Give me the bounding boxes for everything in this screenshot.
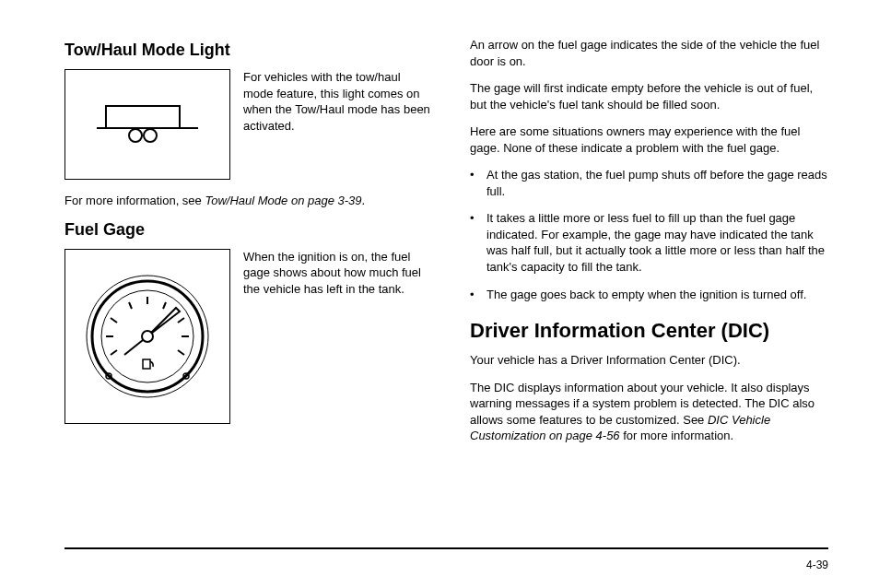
fuel-gage-icon-box bbox=[64, 249, 230, 424]
svg-rect-19 bbox=[143, 359, 150, 369]
tow-haul-more-pre: For more information, see bbox=[64, 194, 205, 207]
footer-rule bbox=[64, 547, 828, 549]
fuel-gage-icon bbox=[78, 267, 217, 406]
trailer-icon bbox=[97, 100, 198, 148]
dic-p2: The DIC displays information about your … bbox=[470, 380, 828, 444]
dic-heading: Driver Information Center (DIC) bbox=[470, 319, 828, 343]
fuel-gage-situations-list: At the gas station, the fuel pump shuts … bbox=[470, 167, 828, 302]
page-number: 4-39 bbox=[806, 559, 828, 571]
svg-point-2 bbox=[129, 129, 142, 142]
svg-line-15 bbox=[178, 350, 184, 355]
tow-haul-desc: For vehicles with the tow/haul mode feat… bbox=[243, 69, 433, 134]
svg-line-13 bbox=[178, 318, 184, 323]
svg-line-12 bbox=[163, 302, 166, 309]
svg-line-10 bbox=[129, 302, 132, 309]
tow-haul-more: For more information, see Tow/Haul Mode … bbox=[64, 193, 433, 209]
svg-point-3 bbox=[144, 129, 157, 142]
right-p3: Here are some situations owners may expe… bbox=[470, 123, 828, 156]
svg-rect-0 bbox=[106, 106, 180, 128]
right-column: An arrow on the fuel gage indicates the … bbox=[470, 37, 828, 455]
page-content: Tow/Haul Mode Light For vehicles with th… bbox=[0, 0, 879, 474]
svg-point-18 bbox=[142, 331, 153, 342]
right-p1: An arrow on the fuel gage indicates the … bbox=[470, 37, 828, 69]
list-item: The gage goes back to empty when the ign… bbox=[486, 287, 828, 303]
list-item: It takes a little more or less fuel to f… bbox=[486, 210, 828, 275]
dic-p1: Your vehicle has a Driver Information Ce… bbox=[470, 352, 828, 369]
left-column: Tow/Haul Mode Light For vehicles with th… bbox=[64, 37, 433, 455]
fuel-gage-heading: Fuel Gage bbox=[64, 220, 433, 240]
svg-line-7 bbox=[111, 350, 117, 355]
svg-marker-16 bbox=[147, 308, 180, 336]
svg-line-9 bbox=[111, 318, 117, 323]
list-item: At the gas station, the fuel pump shuts … bbox=[486, 167, 828, 199]
tow-haul-heading: Tow/Haul Mode Light bbox=[64, 41, 433, 60]
dic-p2-post: for more information. bbox=[620, 429, 734, 442]
tow-haul-icon-box bbox=[64, 69, 230, 180]
fuel-gage-desc: When the ignition is on, the fuel gage s… bbox=[243, 249, 433, 298]
fuel-gage-block: When the ignition is on, the fuel gage s… bbox=[64, 249, 433, 424]
right-p2: The gage will first indicate empty befor… bbox=[470, 80, 828, 112]
tow-haul-more-post: . bbox=[362, 194, 366, 207]
tow-haul-block: For vehicles with the tow/haul mode feat… bbox=[64, 69, 433, 180]
tow-haul-more-ref: Tow/Haul Mode on page 3-39 bbox=[205, 194, 361, 207]
